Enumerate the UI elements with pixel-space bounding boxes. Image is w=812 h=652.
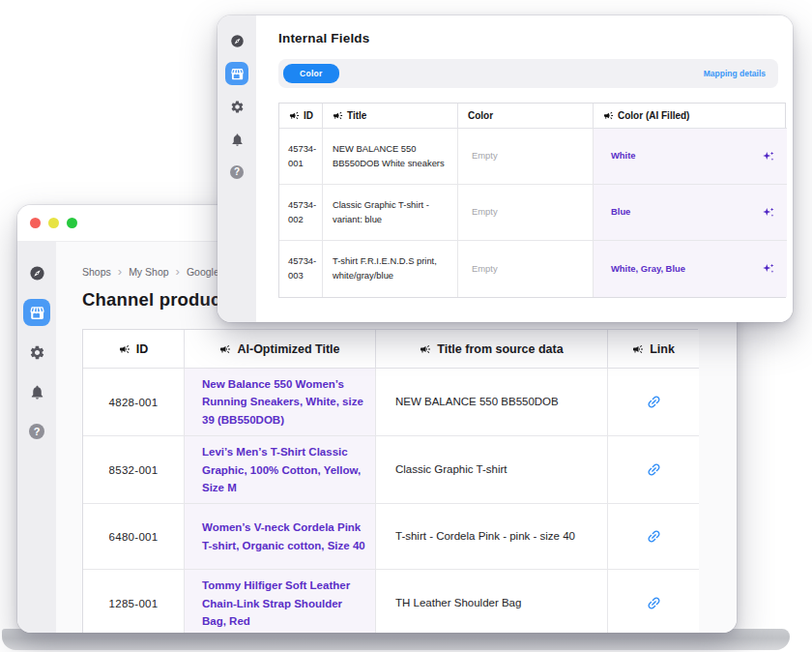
megaphone-icon xyxy=(289,110,300,121)
internal-fields-table: ID Title Color Color (AI Filled) 45734-0… xyxy=(278,103,786,298)
link-icon xyxy=(642,459,665,482)
storefront-icon xyxy=(29,305,45,321)
cell-ai-optimized-title: Tommy Hilfiger Soft Leather Chain-Link S… xyxy=(185,570,376,633)
sidebar-item-notifications[interactable] xyxy=(225,128,248,151)
sidebar-item-storefront[interactable] xyxy=(23,299,50,326)
sidebar-item-settings[interactable] xyxy=(225,95,248,118)
cell-internal-title: NEW BALANCE 550 BB550DOB White sneakers xyxy=(323,129,458,185)
ai-color-value: White, Gray, Blue xyxy=(611,262,685,277)
link-icon xyxy=(642,592,665,615)
sidebar-item-storefront[interactable] xyxy=(225,62,248,85)
channel-products-table: ID AI-Optimized Title Title from source … xyxy=(82,329,698,633)
cell-internal-id: 45734-003 xyxy=(279,241,323,297)
cell-source-title: TH Leather Shoulder Bag xyxy=(376,570,608,633)
chevron-right-icon: › xyxy=(118,265,122,278)
sparkles-icon xyxy=(762,206,775,220)
sidebar-item-compass[interactable] xyxy=(225,29,248,52)
compass-icon xyxy=(230,34,245,48)
storefront-icon xyxy=(230,67,245,81)
sidebar-item-help[interactable]: ? xyxy=(23,418,50,445)
cell-product-id: 8532-001 xyxy=(83,436,185,504)
internal-fields-main: Internal Fields Color Mapping details ID… xyxy=(256,15,793,322)
sparkles-icon xyxy=(762,150,775,163)
ai-fill-button[interactable] xyxy=(762,206,775,220)
column-header-title: Title xyxy=(323,104,458,129)
close-window-button[interactable] xyxy=(30,218,41,228)
column-header-id: ID xyxy=(83,330,185,369)
stage: ? Shops › My Shop › Google Shopping Chan… xyxy=(0,0,812,652)
cell-color-ai-filled: White xyxy=(594,129,787,185)
sidebar-item-notifications[interactable] xyxy=(23,378,50,405)
bell-icon xyxy=(29,384,45,400)
cell-source-title: T-shirt - Cordela Pink - pink - size 40 xyxy=(376,504,608,570)
column-header-source-title: Title from source data xyxy=(376,330,608,369)
sidebar-item-settings[interactable] xyxy=(23,339,50,366)
cell-product-id: 1285-001 xyxy=(83,570,185,633)
mapping-details-link[interactable]: Mapping details xyxy=(704,69,766,78)
cell-color-empty: Empty xyxy=(458,241,594,297)
color-field-chip[interactable]: Color xyxy=(283,64,339,83)
column-header-color: Color xyxy=(458,104,594,129)
cell-ai-optimized-title: New Balance 550 Women’s Running Sneakers… xyxy=(185,369,376,436)
ai-fill-button[interactable] xyxy=(762,262,775,276)
cell-product-id: 4828-001 xyxy=(83,369,185,436)
column-header-id: ID xyxy=(279,104,323,129)
ai-fill-button[interactable] xyxy=(762,150,775,163)
panel-title: Internal Fields xyxy=(278,31,793,45)
sparkles-icon xyxy=(762,262,775,276)
chevron-right-icon: › xyxy=(176,265,180,278)
cell-color-empty: Empty xyxy=(458,129,594,185)
link-icon xyxy=(642,525,665,548)
column-header-link: Link xyxy=(608,330,699,369)
cell-internal-id: 45734-001 xyxy=(279,129,323,185)
megaphone-icon xyxy=(632,343,644,355)
column-header-ai-optimized-title: AI-Optimized Title xyxy=(185,330,376,369)
compass-icon xyxy=(29,265,45,282)
cell-internal-id: 45734-002 xyxy=(279,185,323,241)
help-icon: ? xyxy=(29,424,44,439)
internal-fields-window: ? Internal Fields Color Mapping details … xyxy=(218,15,793,322)
breadcrumb-my-shop[interactable]: My Shop xyxy=(129,266,168,278)
ai-color-value: White xyxy=(611,149,636,163)
cell-color-ai-filled: White, Gray, Blue xyxy=(594,241,787,297)
megaphone-icon xyxy=(219,343,231,355)
cell-ai-optimized-title: Levi’s Men’s T-Shirt Classic Graphic, 10… xyxy=(185,436,376,504)
maximize-window-button[interactable] xyxy=(67,218,77,228)
product-link-button[interactable] xyxy=(646,394,662,410)
minimize-window-button[interactable] xyxy=(48,218,59,228)
breadcrumb-shops[interactable]: Shops xyxy=(82,266,111,278)
cell-product-id: 6480-001 xyxy=(83,504,185,570)
link-icon xyxy=(642,391,665,414)
megaphone-icon xyxy=(603,110,614,121)
column-header-color-ai-filled: Color (AI Filled) xyxy=(594,104,787,129)
cell-color-ai-filled: Blue xyxy=(594,185,787,241)
fields-toolbar: Color Mapping details xyxy=(278,59,778,88)
megaphone-icon xyxy=(333,110,343,121)
megaphone-icon xyxy=(119,343,130,355)
cell-internal-title: Classic Graphic T-shirt - variant: blue xyxy=(323,185,458,241)
ai-color-value: Blue xyxy=(611,205,630,220)
gear-icon xyxy=(29,344,45,361)
sidebar-item-compass[interactable] xyxy=(23,259,50,286)
cell-ai-optimized-title: Women’s V-neck Cordela Pink T-shirt, Org… xyxy=(185,504,376,570)
gear-icon xyxy=(230,100,245,114)
cell-source-title: Classic Graphic T-shirt xyxy=(376,436,608,504)
cell-color-empty: Empty xyxy=(458,185,594,241)
product-link-button[interactable] xyxy=(646,461,662,478)
sidebar: ? xyxy=(218,15,256,322)
product-link-button[interactable] xyxy=(646,595,662,611)
help-icon: ? xyxy=(230,165,244,179)
product-link-button[interactable] xyxy=(646,528,662,545)
sidebar: ? xyxy=(17,242,56,633)
cell-internal-title: T-shirt F.R.I.E.N.D.S print, white/gray/… xyxy=(323,241,458,297)
bell-icon xyxy=(230,133,245,147)
sidebar-item-help[interactable]: ? xyxy=(225,161,248,184)
cell-source-title: NEW BALANCE 550 BB550DOB xyxy=(376,369,608,436)
megaphone-icon xyxy=(420,343,431,355)
